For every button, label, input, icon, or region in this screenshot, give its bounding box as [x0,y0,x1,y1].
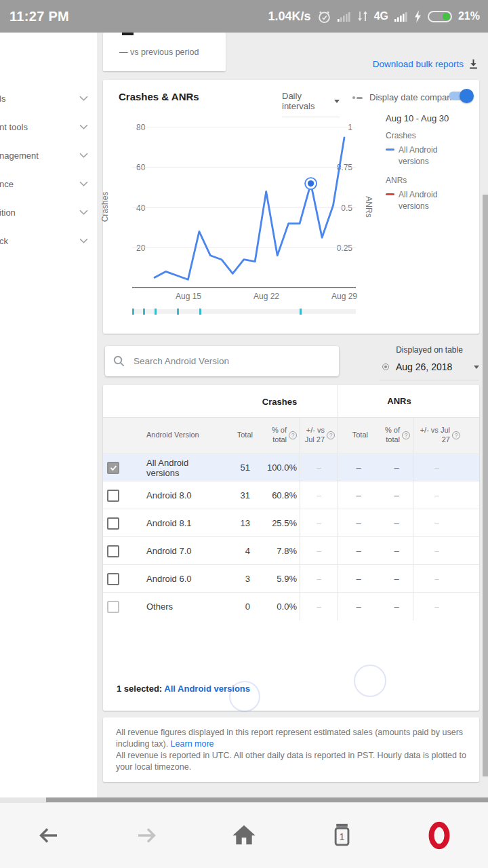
table-row-android-7-0[interactable]: Android 7.0 4 7.8% – – – – [103,536,479,564]
sidebar-item-1[interactable]: nt tools [0,113,97,141]
group-header-crashes: Crashes [222,397,338,407]
back-button[interactable] [0,803,98,868]
crashes-anrs-panel: Crashes & ANRs Daily intervals Display d… [103,80,479,334]
vs-previous-period-label: — vs previous period [119,47,199,57]
sidebar-item-3[interactable]: nce [0,170,97,198]
learn-more-link[interactable]: Learn more [171,739,214,749]
interval-selector[interactable]: Daily intervals [282,91,340,117]
table-date-value: Aug 26, 2018 [396,361,474,372]
left-axis-title: Crashes [100,192,110,222]
home-button[interactable] [195,803,293,868]
signal-bars-sim2-icon [394,10,408,22]
displayed-on-table-label: Displayed on table [380,345,479,355]
search-input[interactable] [132,355,331,367]
forward-arrow-icon [134,823,159,848]
tabs-icon: 1 [328,821,355,850]
group-header-anrs: ANRs [338,385,479,418]
help-icon[interactable]: ? [452,431,460,439]
sidebar-item-5[interactable]: ck [0,226,97,255]
battery-percent: 21% [458,10,480,22]
vertical-scrollbar[interactable] [483,195,488,776]
chevron-down-icon [79,238,88,243]
col-crashes-pct: % of total? [256,422,300,449]
line-chart-plot[interactable] [132,127,356,288]
legend-entry-anrs[interactable]: All Android versions [386,189,462,213]
table-row-all-android-versions[interactable]: All Android versions 51 100.0% – – – – [103,453,479,481]
right-axis-title: ANRs [363,196,373,217]
legend-entry-crashes[interactable]: All Android versions [386,144,462,168]
row-checkbox[interactable] [107,517,119,530]
table-date-selector[interactable]: Aug 26, 2018 [380,361,479,380]
col-crashes-total: Total [222,427,256,444]
dropdown-caret-icon [474,366,479,369]
x-tick: Aug 15 [176,292,201,301]
row-checkbox[interactable] [107,490,119,502]
chevron-down-icon [79,124,88,130]
col-android-version: Android Version [137,427,222,444]
data-updown-arrows-icon [357,10,368,22]
versions-table-card: Crashes ANRs Android Version Total % of … [103,385,479,711]
download-bulk-reports-link[interactable]: Download bulk reports [373,59,479,69]
legend-group-title: ANRs [386,176,462,185]
help-icon[interactable]: ? [327,431,335,439]
home-icon [230,822,258,849]
row-checkbox[interactable] [107,601,119,613]
touch-ripple [354,665,386,697]
col-anrs-diff: +/- vs Jul 27? [413,418,479,453]
search-box[interactable] [105,346,339,376]
table-row-android-6-0[interactable]: Android 6.0 3 5.9% – – – – [103,564,479,592]
legend-group-title: Crashes [386,131,462,140]
scrubber-tick [132,309,134,315]
row-checkbox[interactable] [107,545,119,557]
sidebar-nav: ls nt tools nagement nce ition ck [0,33,97,797]
disclaimer-line-2: All revenue is reported in UTC. All othe… [116,750,466,773]
browser-nav-bar: 1 [0,803,488,868]
previous-period-legend-card: — vs previous period [103,33,226,71]
chevron-down-icon [79,96,88,101]
chevron-down-icon [79,153,88,158]
search-icon [113,355,125,367]
opera-menu-button[interactable] [390,803,488,868]
battery-icon [428,11,452,22]
help-icon[interactable]: ? [402,431,410,439]
anrs-series-dash-icon [386,193,394,195]
dropdown-caret-icon [334,100,340,103]
comparison-line-icon [352,96,365,99]
revenue-disclaimer-card: All revenue figures displayed in this re… [103,717,479,782]
table-row-android-8-0[interactable]: Android 8.0 31 60.8% – – – – [103,481,479,509]
forward-button[interactable] [98,803,195,868]
scrubber-tick [300,309,302,315]
charging-bolt-icon [414,10,422,23]
signal-bars-sim1-icon [338,10,351,22]
radio-dot-icon [382,363,389,370]
panel-title: Crashes & ANRs [119,91,199,102]
series-dash-icon [122,33,134,35]
table-group-header: Crashes ANRs [103,385,479,418]
sidebar-item-4[interactable]: ition [0,198,97,226]
download-icon [468,59,479,69]
x-tick: Aug 22 [253,292,279,301]
table-row-android-8-1[interactable]: Android 8.1 13 25.5% – – – – [103,509,479,536]
date-range-scrubber[interactable] [132,309,356,314]
row-checkbox-checked[interactable] [107,462,119,474]
date-comparison-toggle[interactable] [449,92,472,100]
col-anrs-pct: % of total? [371,422,413,449]
row-checkbox[interactable] [107,573,119,585]
horizontal-scrollbar-track [0,797,488,803]
table-column-header: Android Version Total % of total? +/- vs… [103,418,479,453]
scrubber-tick [143,309,145,315]
scrubber-tick [199,309,201,315]
x-tick: Aug 29 [331,292,357,301]
tabs-button[interactable]: 1 [293,803,390,868]
tab-count: 1 [340,831,345,842]
crashes-series-dash-icon [386,149,394,151]
sidebar-item-2[interactable]: nagement [0,141,97,170]
chevron-down-icon [79,181,88,186]
network-speed: 1.04K/s [268,9,311,24]
table-row-others[interactable]: Others 0 0.0% – – – – [103,592,479,620]
sidebar-item-0[interactable]: ls [0,84,97,113]
toggle-knob [460,89,474,103]
chart-legend: Aug 10 - Aug 30 Crashes All Android vers… [386,113,462,213]
horizontal-scrollbar-thumb[interactable] [46,797,488,802]
help-icon[interactable]: ? [289,431,297,439]
